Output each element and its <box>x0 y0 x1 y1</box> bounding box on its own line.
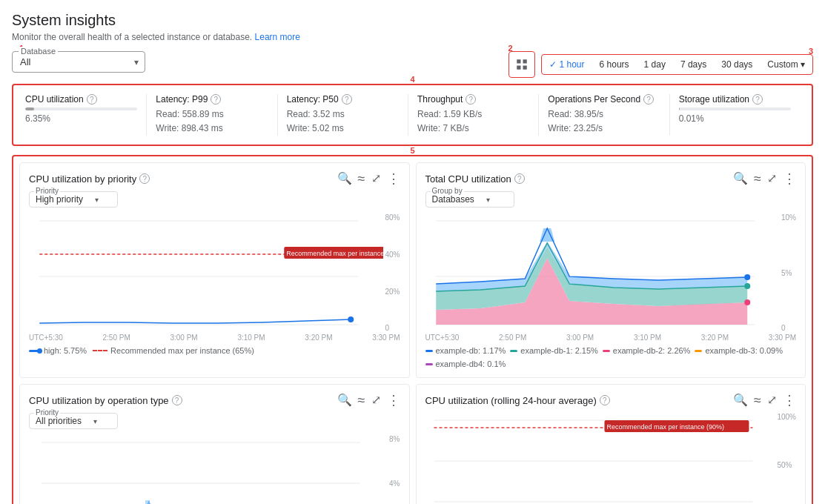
chart4-compare-icon[interactable]: ≈ <box>754 394 761 407</box>
chart3-select-chevron: ▾ <box>93 417 97 425</box>
chart2-help-icon[interactable]: ? <box>514 173 525 184</box>
chart1-priority-select[interactable]: Priority High priority ▾ <box>29 191 118 208</box>
time-1hour-button[interactable]: 1 hour <box>542 55 592 74</box>
svg-point-21 <box>744 299 750 305</box>
chart2-compare-icon[interactable]: ≈ <box>754 172 761 185</box>
metric-latency-p50: Latency: P50 ? Read: 3.52 msWrite: 5.02 … <box>278 94 408 136</box>
chart-total-cpu: Total CPU utilization ? 🔍 ≈ ⤢ ⋮ Group by… <box>416 162 806 378</box>
ops-values: Read: 38.95/sWrite: 23.25/s <box>548 107 660 136</box>
metric-ops-per-second: Operations Per Second ? Read: 38.95/sWri… <box>539 94 669 136</box>
chart1-help-icon[interactable]: ? <box>139 173 150 184</box>
svg-rect-2 <box>517 66 520 70</box>
svg-marker-17 <box>436 242 747 291</box>
chart2-y-10: 10% <box>781 213 796 222</box>
charts-grid: CPU utilization by priority ? 🔍 ≈ ⤢ ⋮ Pr… <box>19 162 806 504</box>
latency-p99-title: Latency: P99 <box>156 94 208 105</box>
chart3-expand-icon[interactable]: ⤢ <box>371 394 381 406</box>
chart3-zoom-icon[interactable]: 🔍 <box>337 394 352 406</box>
chart-cpu-by-priority: CPU utilization by priority ? 🔍 ≈ ⤢ ⋮ Pr… <box>19 162 410 378</box>
svg-text:Recommended max per instance (: Recommended max per instance (65%) <box>286 250 383 257</box>
chart1-zoom-icon[interactable]: 🔍 <box>337 173 352 185</box>
legend1-recommended: Recommended max per instance (65%) <box>110 346 254 355</box>
grid-icon <box>515 58 529 71</box>
cpu-help-icon[interactable]: ? <box>87 94 97 105</box>
chart4-help-icon[interactable]: ? <box>600 395 610 405</box>
charts-area: CPU utilization by priority ? 🔍 ≈ ⤢ ⋮ Pr… <box>12 155 813 504</box>
chart3-y-8: 8% <box>389 435 400 443</box>
right-controls: 2 3 1 hour 6 hours 1 day 7 days 30 days … <box>508 51 814 78</box>
chart4-zoom-icon[interactable]: 🔍 <box>733 394 748 406</box>
chart2-y-5: 5% <box>781 269 796 277</box>
learn-more-link[interactable]: Learn more <box>255 32 300 42</box>
metric-cpu-utilization: CPU utilization ? 6.35% <box>25 94 147 136</box>
latency-p99-values: Read: 558.89 msWrite: 898.43 ms <box>156 107 268 136</box>
chart1-svg: Recommended max per instance (65%) <box>29 213 383 332</box>
chart2-more-icon[interactable]: ⋮ <box>783 172 796 185</box>
grid-view-button[interactable] <box>508 51 535 78</box>
ops-help-icon[interactable]: ? <box>643 94 654 105</box>
chart1-y-0: 0 <box>385 324 400 332</box>
chart4-title: CPU utilization (rolling 24-hour average… <box>425 395 597 406</box>
chart3-compare-icon[interactable]: ≈ <box>358 394 365 407</box>
metric-throughput: Throughput ? Read: 1.59 KB/sWrite: 7 KB/… <box>408 94 539 136</box>
chart4-svg-wrap: Recommended max per instance (90%) 100% … <box>425 413 797 504</box>
chart2-groupby-select[interactable]: Group by Databases ▾ <box>425 191 514 208</box>
latency-p99-help-icon[interactable]: ? <box>211 94 221 105</box>
storage-bar-track <box>679 107 791 110</box>
database-select[interactable]: Database All ▾ <box>12 51 145 73</box>
metric-latency-p99: Latency: P99 ? Read: 558.89 msWrite: 898… <box>147 94 277 136</box>
chart3-help-icon[interactable]: ? <box>172 395 182 405</box>
chart1-expand-icon[interactable]: ⤢ <box>371 173 381 185</box>
svg-point-11 <box>348 316 354 322</box>
latency-p50-title: Latency: P50 <box>287 94 339 105</box>
time-range-bar: 1 hour 6 hours 1 day 7 days 30 days Cust… <box>541 54 814 75</box>
chart4-more-icon[interactable]: ⋮ <box>783 394 796 407</box>
chart4-y-50: 50% <box>777 461 796 469</box>
chart2-svg-wrap: 10% 5% 0 UTC+5:30 2:50 PM 3:00 PM 3:10 P… <box>425 213 797 342</box>
database-label: Database <box>19 47 58 56</box>
chart2-svg <box>425 213 780 332</box>
chevron-down-icon: ▾ <box>134 57 139 67</box>
page-title: System insights <box>12 12 813 29</box>
database-value: All <box>20 56 30 67</box>
svg-point-19 <box>744 274 750 280</box>
latency-p50-values: Read: 3.52 msWrite: 5.02 ms <box>287 107 399 136</box>
cpu-value: 6.35% <box>25 113 137 124</box>
chart4-expand-icon[interactable]: ⤢ <box>767 394 777 406</box>
cpu-bar-track <box>25 107 137 110</box>
chart-cpu-by-op-type: CPU utilization by operation type ? 🔍 ≈ … <box>19 384 410 504</box>
svg-rect-3 <box>523 66 526 70</box>
time-custom-button[interactable]: Custom ▾ <box>760 55 812 74</box>
storage-help-icon[interactable]: ? <box>752 94 763 105</box>
chart2-expand-icon[interactable]: ⤢ <box>767 173 777 185</box>
chart4-y-100: 100% <box>777 413 796 421</box>
svg-point-20 <box>744 283 750 289</box>
svg-text:Recommended max per instance (: Recommended max per instance (90%) <box>606 423 724 431</box>
svg-rect-1 <box>523 59 526 63</box>
svg-rect-27 <box>145 500 150 504</box>
throughput-values: Read: 1.59 KB/sWrite: 7 KB/s <box>417 107 529 136</box>
time-6hours-button[interactable]: 6 hours <box>592 55 637 74</box>
chart2-zoom-icon[interactable]: 🔍 <box>733 173 748 185</box>
chart3-more-icon[interactable]: ⋮ <box>387 394 400 407</box>
time-30days-button[interactable]: 30 days <box>714 55 760 74</box>
chart1-compare-icon[interactable]: ≈ <box>358 172 365 185</box>
chart1-y-20: 20% <box>385 288 400 296</box>
chart-cpu-rolling-avg: CPU utilization (rolling 24-hour average… <box>416 384 806 504</box>
chart2-legend: example-db: 1.17% example-db-1: 2.15% ex… <box>425 346 797 368</box>
latency-p50-help-icon[interactable]: ? <box>342 94 352 105</box>
chart1-select-chevron: ▾ <box>95 196 99 204</box>
chart3-priority-select[interactable]: Priority All priorities ▾ <box>29 413 118 429</box>
chart1-more-icon[interactable]: ⋮ <box>387 172 400 185</box>
chart1-svg-wrap: Recommended max per instance (65%) 80% 4… <box>29 213 400 342</box>
page-subtitle: Monitor the overall health of a selected… <box>12 32 813 42</box>
chart3-svg <box>29 435 388 504</box>
throughput-help-icon[interactable]: ? <box>465 94 476 105</box>
top-controls: 1 Database All ▾ 2 3 1 hour 6 hours 1 da… <box>12 51 813 78</box>
chart3-y-4: 4% <box>389 480 400 488</box>
chart1-title: CPU utilization by priority <box>29 173 136 185</box>
time-7days-button[interactable]: 7 days <box>673 55 714 74</box>
metric-cpu-title: CPU utilization <box>25 94 84 105</box>
storage-value: 0.01% <box>679 113 791 124</box>
time-1day-button[interactable]: 1 day <box>637 55 673 74</box>
